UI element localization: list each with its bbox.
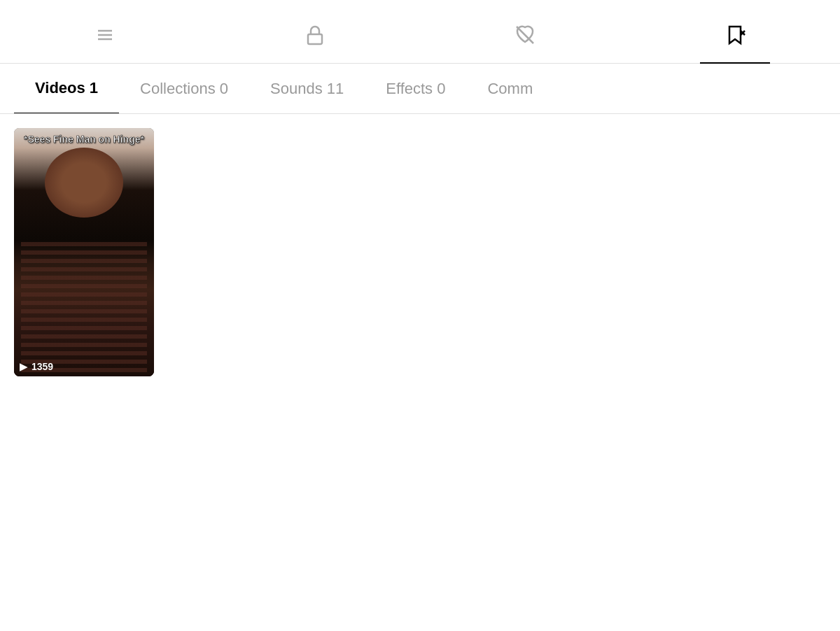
tab-sounds[interactable]: Sounds 11 [249,64,365,113]
tab-comm[interactable]: Comm [466,64,554,113]
bookmark-tab-icon[interactable] [700,14,770,56]
grid-tab-icon[interactable] [70,14,140,56]
video-caption: *Sees Fine Man on Hinge* [14,128,154,150]
heart-slash-tab-icon[interactable] [490,14,560,56]
video-card[interactable]: *Sees Fine Man on Hinge* ▶ 1359 [14,128,154,376]
tab-effects[interactable]: Effects 0 [365,64,466,113]
svg-rect-3 [308,34,322,44]
top-icon-bar [0,0,840,64]
video-stats: ▶ 1359 [14,357,154,376]
tabs-bar: Videos 1 Collections 0 Sounds 11 Effects… [0,64,840,114]
videos-grid: *Sees Fine Man on Hinge* ▶ 1359 [0,114,840,390]
tab-videos[interactable]: Videos 1 [14,64,119,114]
lock-tab-icon[interactable] [280,14,350,56]
play-icon: ▶ [20,361,27,372]
tab-collections[interactable]: Collections 0 [119,64,249,113]
play-count: 1359 [31,361,53,372]
